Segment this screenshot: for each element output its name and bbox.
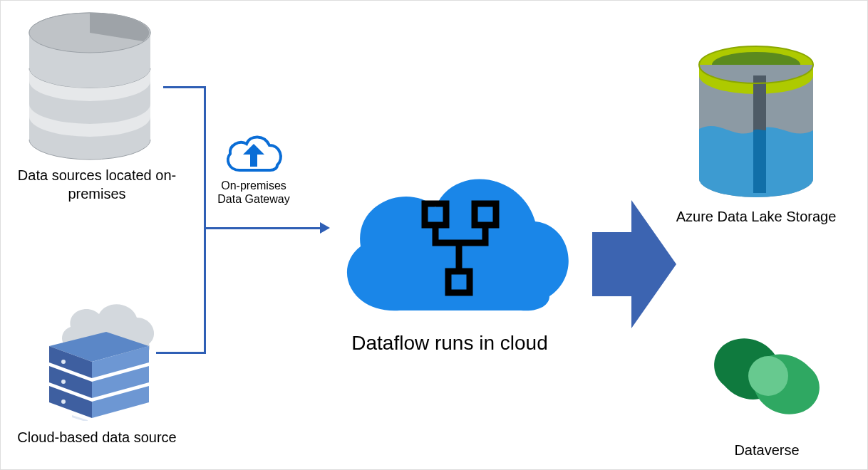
svg-point-25 [748, 356, 788, 396]
dataflow-label: Dataflow runs in cloud [314, 332, 585, 355]
svg-marker-20 [592, 200, 676, 328]
adls-label: Azure Data Lake Storage [671, 207, 842, 226]
svg-point-7 [61, 360, 66, 364]
svg-point-15 [61, 400, 66, 404]
destination-arrow-icon [592, 193, 678, 338]
svg-rect-16 [72, 415, 88, 421]
gateway-label: On-premises Data Gateway [215, 179, 293, 206]
dataflow-cloud-icon [321, 154, 578, 328]
adls-icon [692, 43, 820, 203]
cloud-source-label: Cloud-based data source [15, 428, 179, 446]
onprem-database-icon [22, 11, 157, 164]
cloud-source-icon [28, 293, 163, 424]
svg-point-11 [61, 380, 66, 384]
gateway-icon [222, 131, 286, 180]
onprem-source-label: Data sources located on-premises [11, 166, 182, 203]
dataverse-icon [703, 318, 831, 434]
dataverse-label: Dataverse [713, 441, 820, 459]
